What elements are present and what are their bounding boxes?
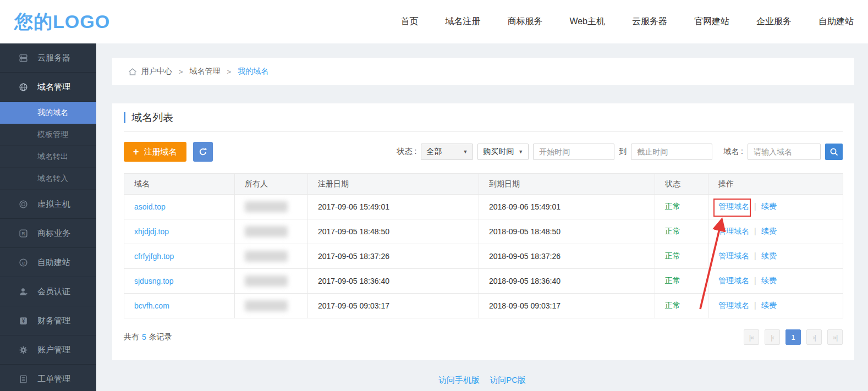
sidebar-item-work-orders[interactable]: 工单管理 bbox=[0, 365, 96, 391]
toolbar: + 注册域名 状态 : 全部 ▼ 购买时间 ▼ 到 bbox=[124, 142, 843, 162]
manage-domain-link[interactable]: 管理域名 bbox=[718, 276, 749, 285]
renew-link[interactable]: 续费 bbox=[761, 251, 777, 260]
chevron-down-icon: ▼ bbox=[518, 149, 523, 155]
start-time-input[interactable] bbox=[533, 144, 614, 160]
sidebar-item-label: 域名管理 bbox=[37, 82, 70, 92]
breadcrumb-my-domains[interactable]: 我的域名 bbox=[238, 67, 268, 76]
table-row: xhjdjdj.top 2017-09-05 18:48:50 2018-09-… bbox=[124, 219, 843, 244]
domain-list-card: 域名列表 + 注册域名 状态 : 全部 ▼ 购买时间 ▼ bbox=[112, 103, 854, 360]
sidebar-item-cloud-server[interactable]: 云服务器 bbox=[0, 43, 96, 73]
mobile-version-link[interactable]: 访问手机版 bbox=[438, 375, 480, 384]
action-separator: | bbox=[754, 301, 756, 310]
host-icon bbox=[19, 200, 28, 209]
owner-redacted bbox=[245, 226, 288, 237]
top-nav-web-hosting[interactable]: Web主机 bbox=[569, 16, 605, 27]
sidebar-item-label: 会员认证 bbox=[37, 287, 70, 297]
manage-domain-link[interactable]: 管理域名 bbox=[718, 301, 749, 310]
sidebar-item-label: 自助建站 bbox=[37, 257, 70, 268]
top-nav-cloud-server[interactable]: 云服务器 bbox=[632, 16, 667, 27]
pc-version-link[interactable]: 访问PC版 bbox=[490, 375, 526, 384]
svg-text:e: e bbox=[22, 260, 25, 265]
domain-search-input[interactable] bbox=[748, 144, 821, 160]
action-separator: | bbox=[754, 251, 756, 260]
manage-domain-link[interactable]: 管理域名 bbox=[718, 227, 749, 235]
record-count: 5 bbox=[142, 333, 146, 342]
record-count-suffix: 条记录 bbox=[149, 332, 172, 342]
action-separator: | bbox=[754, 227, 756, 235]
plus-icon: + bbox=[133, 147, 139, 157]
site-logo: 您的LOGO bbox=[14, 9, 110, 35]
renew-link[interactable]: 续费 bbox=[761, 227, 777, 235]
sidebar-item-label: 财务管理 bbox=[37, 316, 70, 326]
register-domain-button[interactable]: + 注册域名 bbox=[124, 142, 186, 162]
register-domain-label: 注册域名 bbox=[144, 147, 177, 157]
domain-table: 域名 所有人 注册日期 到期日期 状态 操作 asoid.top 2017-09… bbox=[124, 173, 843, 318]
finance-icon: ¥ bbox=[19, 316, 28, 326]
sidebar-item-site-builder[interactable]: e 自助建站 bbox=[0, 248, 96, 277]
sidebar-subitem-my-domains[interactable]: 我的域名 bbox=[0, 102, 96, 124]
sidebar-item-trademark[interactable]: R 商标业务 bbox=[0, 219, 96, 248]
owner-redacted bbox=[245, 300, 288, 311]
top-nav-home[interactable]: 首页 bbox=[400, 16, 418, 27]
sidebar-item-member-verification[interactable]: 会员认证 bbox=[0, 277, 96, 306]
domain-link[interactable]: cfrfyjfgh.top bbox=[134, 252, 174, 261]
expire-date: 2018-09-06 15:49:01 bbox=[489, 202, 561, 211]
sidebar-subitem-label: 模板管理 bbox=[37, 130, 68, 140]
search-icon bbox=[829, 147, 839, 157]
sidebar-subitem-domain-transfer-out[interactable]: 域名转出 bbox=[0, 146, 96, 168]
top-nav-enterprise[interactable]: 企业服务 bbox=[756, 16, 792, 27]
manage-domain-link[interactable]: 管理域名 bbox=[718, 251, 749, 260]
renew-link[interactable]: 续费 bbox=[761, 301, 777, 310]
top-nav-website-builder[interactable]: 官网建站 bbox=[694, 16, 729, 27]
table-row: cfrfyjfgh.top 2017-09-05 18:37:26 2018-0… bbox=[124, 244, 843, 269]
sidebar-item-finance[interactable]: ¥ 财务管理 bbox=[0, 306, 96, 335]
breadcrumb-user-center[interactable]: 用户中心 bbox=[141, 67, 172, 76]
time-type-select-value: 购买时间 bbox=[483, 147, 514, 157]
pagination-prev-button[interactable]: |‹ bbox=[765, 329, 780, 345]
sidebar-item-label: 云服务器 bbox=[37, 53, 70, 63]
domain-link[interactable]: xhjdjdj.top bbox=[134, 227, 169, 236]
pagination-page-1[interactable]: 1 bbox=[785, 329, 801, 345]
pagination-first-button[interactable]: |« bbox=[744, 329, 759, 345]
status-select[interactable]: 全部 ▼ bbox=[421, 144, 473, 160]
domain-link[interactable]: asoid.top bbox=[134, 202, 166, 211]
record-count-prefix: 共有 bbox=[124, 332, 139, 342]
renew-link[interactable]: 续费 bbox=[761, 276, 777, 285]
globe-icon bbox=[19, 82, 28, 92]
sidebar-item-label: 账户管理 bbox=[37, 345, 70, 355]
end-time-input[interactable] bbox=[631, 144, 712, 160]
domain-link[interactable]: sjdusng.top bbox=[134, 277, 174, 285]
action-separator: | bbox=[754, 276, 756, 285]
breadcrumb-domain-management[interactable]: 域名管理 bbox=[190, 67, 221, 76]
table-row: sjdusng.top 2017-09-05 18:36:40 2018-09-… bbox=[124, 269, 843, 294]
gear-icon bbox=[19, 345, 28, 355]
status-badge: 正常 bbox=[665, 276, 680, 285]
col-header-register-date: 注册日期 bbox=[308, 174, 479, 195]
sitebuilder-icon: e bbox=[19, 258, 28, 267]
renew-link[interactable]: 续费 bbox=[761, 202, 777, 211]
search-button[interactable] bbox=[825, 144, 843, 160]
pagination-next-button[interactable]: ›| bbox=[806, 329, 822, 345]
sidebar-item-account[interactable]: 账户管理 bbox=[0, 335, 96, 365]
sidebar-item-label: 商标业务 bbox=[37, 228, 70, 239]
col-header-domain: 域名 bbox=[124, 174, 235, 195]
sidebar-subitem-label: 域名转出 bbox=[37, 152, 68, 162]
refresh-button[interactable] bbox=[193, 142, 213, 162]
action-separator: | bbox=[754, 202, 756, 211]
top-nav-domain-register[interactable]: 域名注册 bbox=[445, 16, 480, 27]
sidebar-subitem-domain-transfer-in[interactable]: 域名转入 bbox=[0, 168, 96, 190]
sidebar-subitem-template-management[interactable]: 模板管理 bbox=[0, 124, 96, 146]
domain-link[interactable]: bcvfh.com bbox=[134, 301, 169, 310]
table-footer: 共有 5 条记录 |« |‹ 1 ›| »| bbox=[124, 329, 843, 345]
trademark-icon: R bbox=[19, 229, 28, 238]
sidebar: 云服务器 域名管理 我的域名 模板管理 域名转出 域名转入 虚拟主机 R 商标业… bbox=[0, 43, 96, 391]
sidebar-item-domain-management[interactable]: 域名管理 bbox=[0, 73, 96, 102]
time-type-select[interactable]: 购买时间 ▼ bbox=[477, 144, 529, 160]
top-nav-trademark[interactable]: 商标服务 bbox=[507, 16, 542, 27]
member-icon bbox=[19, 287, 28, 296]
manage-domain-link[interactable]: 管理域名 bbox=[718, 202, 749, 211]
pagination-last-button[interactable]: »| bbox=[827, 329, 843, 345]
top-nav-self-service[interactable]: 自助建站 bbox=[818, 16, 854, 27]
top-header: 您的LOGO 首页 域名注册 商标服务 Web主机 云服务器 官网建站 企业服务… bbox=[0, 0, 868, 43]
sidebar-item-virtual-host[interactable]: 虚拟主机 bbox=[0, 190, 96, 219]
